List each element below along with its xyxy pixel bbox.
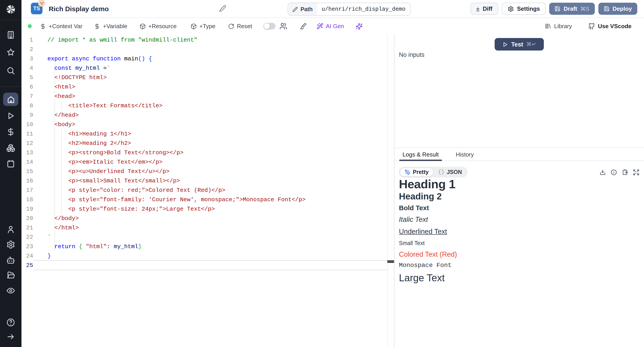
code-line[interactable]: 21 </html> <box>22 223 394 232</box>
deploy-button[interactable]: Deploy <box>598 3 637 15</box>
help-icon[interactable] <box>6 318 15 327</box>
diff-button[interactable]: ± Diff <box>470 3 498 15</box>
code-line[interactable]: 11 <h1>Heading 1</h1> <box>22 129 394 138</box>
test-button[interactable]: Test ⌘↵ <box>495 38 544 50</box>
runs-play-icon[interactable] <box>6 111 15 120</box>
path-value[interactable]: u/henri/rich_display_demo <box>317 3 410 15</box>
code-line[interactable]: 19 <p style="font-size: 24px;">Large Tex… <box>22 204 394 214</box>
audit-eye-icon[interactable] <box>6 286 15 295</box>
dollar-icon <box>40 23 46 29</box>
code-line[interactable]: 23 return { "html": my_html} <box>22 242 394 251</box>
code-editor[interactable]: 1// import * as wmill from "windmill-cli… <box>22 34 394 347</box>
schedules-calendar-icon[interactable] <box>6 159 15 168</box>
view-switcher: Pretty {} JSON <box>399 167 467 178</box>
library-button[interactable]: Library <box>545 23 572 30</box>
view-pretty-option[interactable]: Pretty <box>400 168 434 177</box>
expand-arrow-icon[interactable] <box>6 332 15 341</box>
editor-toolbar: +Context Var +Variable +Resource <box>22 18 644 35</box>
code-text: <!DOCTYPE html> <box>48 73 107 82</box>
settings-gear-icon[interactable] <box>6 240 15 249</box>
code-line[interactable]: 7 <head> <box>22 92 394 101</box>
settings-button[interactable]: Settings <box>502 3 546 15</box>
line-number: 2 <box>22 46 33 53</box>
code-line[interactable]: 15 <p><u>Underlined Text</u></p> <box>22 167 394 176</box>
path-field[interactable]: Path u/henri/rich_display_demo <box>288 3 410 16</box>
variables-dollar-icon[interactable] <box>6 128 15 136</box>
tab-logs-result[interactable]: Logs & Result <box>402 148 439 160</box>
code-line[interactable]: 16 <p><small>Small Text</small></p> <box>22 176 394 186</box>
code-line[interactable]: 12 <h2>Heading 2</h2> <box>22 138 394 148</box>
line-number: 11 <box>22 130 33 137</box>
add-context-var-button[interactable]: +Context Var <box>40 23 82 30</box>
folders-icon[interactable] <box>6 270 15 280</box>
library-icon <box>545 23 552 30</box>
use-vscode-button[interactable]: Use VScode <box>588 22 632 30</box>
save-icon <box>555 6 560 12</box>
ai-gen-button[interactable]: AI Gen <box>316 23 344 30</box>
line-number: 24 <box>22 253 33 259</box>
sparkles-icon[interactable] <box>356 22 363 30</box>
code-text: ` <box>48 232 51 242</box>
download-icon[interactable] <box>599 169 606 176</box>
line-number: 7 <box>22 93 33 100</box>
tab-history[interactable]: History <box>456 148 474 160</box>
result-italic-text: Italic Text <box>399 216 640 224</box>
line-number: 23 <box>22 243 33 250</box>
code-text: <p style="font-size: 24px;">Large Text</… <box>48 204 215 214</box>
code-line[interactable]: 3export async function main() { <box>22 54 394 64</box>
result-h1-text: Heading 1 <box>399 178 640 190</box>
dollar-icon <box>94 23 100 29</box>
reset-button[interactable]: Reset <box>228 23 252 30</box>
screen: TS Rich Display demo Path u/henri/rich_d… <box>0 0 644 347</box>
sidebar-item-home[interactable] <box>3 92 18 106</box>
format-brush-icon[interactable] <box>299 22 306 30</box>
workspace-building-icon[interactable] <box>6 30 15 39</box>
code-line[interactable]: 24} <box>22 251 394 261</box>
view-json-option[interactable]: {} JSON <box>434 168 466 176</box>
code-line[interactable]: 18 <p style="font-family: 'Courier New',… <box>22 195 394 204</box>
windmill-app: TS Rich Display demo Path u/henri/rich_d… <box>0 0 644 347</box>
clipboard-copy-icon[interactable] <box>622 169 628 176</box>
add-type-button[interactable]: +Type <box>190 23 216 30</box>
add-variable-button[interactable]: +Variable <box>94 23 128 30</box>
code-line[interactable]: 17 <p style="color: red;">Colored Text (… <box>22 186 394 195</box>
expand-icon[interactable] <box>633 169 640 176</box>
page-title: Rich Display demo <box>49 5 109 12</box>
code-line[interactable]: 2 <box>22 45 394 54</box>
code-line[interactable]: 6 <html> <box>22 82 394 92</box>
code-line[interactable]: 9 </head> <box>22 110 394 120</box>
draft-button[interactable]: Draft ⌘S <box>550 3 595 15</box>
windmill-logo-icon[interactable] <box>5 4 16 17</box>
status-dot <box>28 24 32 28</box>
code-line[interactable]: 14 <p><em>Italic Text</em></p> <box>22 158 394 167</box>
resources-boxes-icon[interactable] <box>6 144 15 152</box>
code-line[interactable]: 13 <p><strong>Bold Text</strong></p> <box>22 148 394 158</box>
favorites-star-icon[interactable] <box>6 48 15 57</box>
search-icon[interactable] <box>6 66 15 75</box>
test-shortcut: ⌘↵ <box>526 41 536 48</box>
code-line[interactable]: 8 <title>Text Formats</title> <box>22 101 394 110</box>
add-resource-button[interactable]: +Resource <box>139 23 176 30</box>
line-number: 17 <box>22 187 33 194</box>
result-red-text: Colored Text (Red) <box>399 250 640 258</box>
code-text: <p><strong>Bold Text</strong></p> <box>48 148 184 158</box>
code-line[interactable]: 1// import * as wmill from "windmill-cli… <box>22 35 394 45</box>
edit-summary-pencil-icon[interactable] <box>219 5 226 12</box>
code-line[interactable]: 4 const my_html =` <box>22 64 394 73</box>
code-line[interactable]: 10 <body> <box>22 120 394 129</box>
code-line[interactable]: 20 </body> <box>22 214 394 223</box>
diff-mode-toggle[interactable] <box>263 23 275 30</box>
code-text: <h1>Heading 1</h1> <box>48 129 131 138</box>
code-text: <h2>Heading 2</h2> <box>48 138 131 148</box>
code-line[interactable]: 5 <!DOCTYPE html> <box>22 73 394 82</box>
line-number: 3 <box>22 56 33 62</box>
code-text: <p style="color: red;">Colored Text (Red… <box>48 186 226 195</box>
code-line[interactable]: 22` <box>22 232 394 242</box>
user-icon[interactable] <box>6 225 15 234</box>
line-number: 20 <box>22 215 33 222</box>
workers-robot-icon[interactable] <box>6 256 15 265</box>
code-text: const my_html =` <box>48 64 110 73</box>
multiplayer-users-icon[interactable] <box>279 22 287 30</box>
info-icon[interactable] <box>610 169 617 176</box>
code-text: // import * as wmill from "windmill-clie… <box>48 35 198 45</box>
